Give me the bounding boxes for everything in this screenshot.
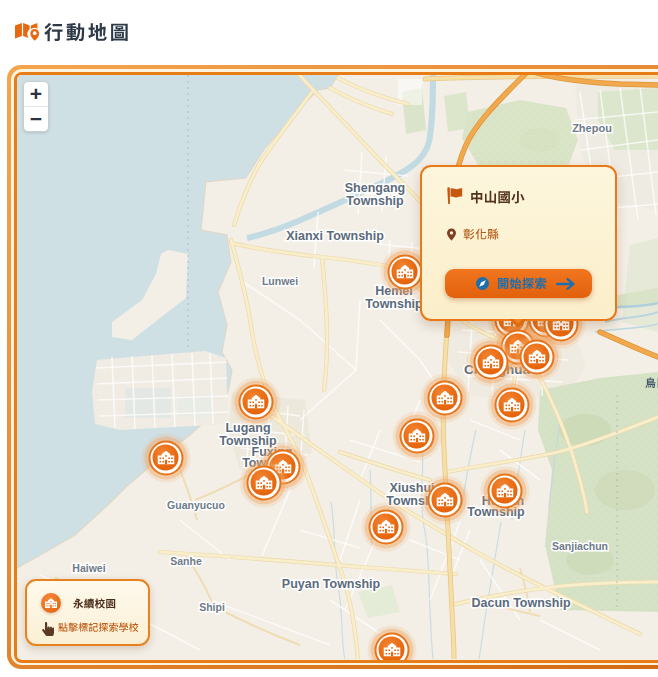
svg-text:Township: Township — [467, 505, 525, 519]
svg-text:Guanyucuo: Guanyucuo — [167, 499, 225, 511]
svg-text:Lunwei: Lunwei — [261, 275, 297, 287]
svg-text:Township: Township — [365, 297, 423, 311]
svg-text:Haiwei: Haiwei — [72, 562, 105, 574]
svg-text:Puyan Township: Puyan Township — [281, 577, 380, 591]
svg-text:Township: Township — [346, 194, 404, 208]
svg-text:Dacun Township: Dacun Township — [471, 596, 570, 610]
svg-text:Sanjiachun: Sanjiachun — [551, 540, 607, 552]
svg-text:Shipi: Shipi — [199, 601, 225, 613]
svg-text:Lugang: Lugang — [225, 421, 270, 435]
svg-text:Shengang: Shengang — [344, 181, 404, 195]
svg-text:Zhepou: Zhepou — [572, 122, 612, 134]
svg-text:Sanhe: Sanhe — [170, 555, 202, 567]
svg-text:Xianxi Township: Xianxi Township — [286, 229, 384, 243]
